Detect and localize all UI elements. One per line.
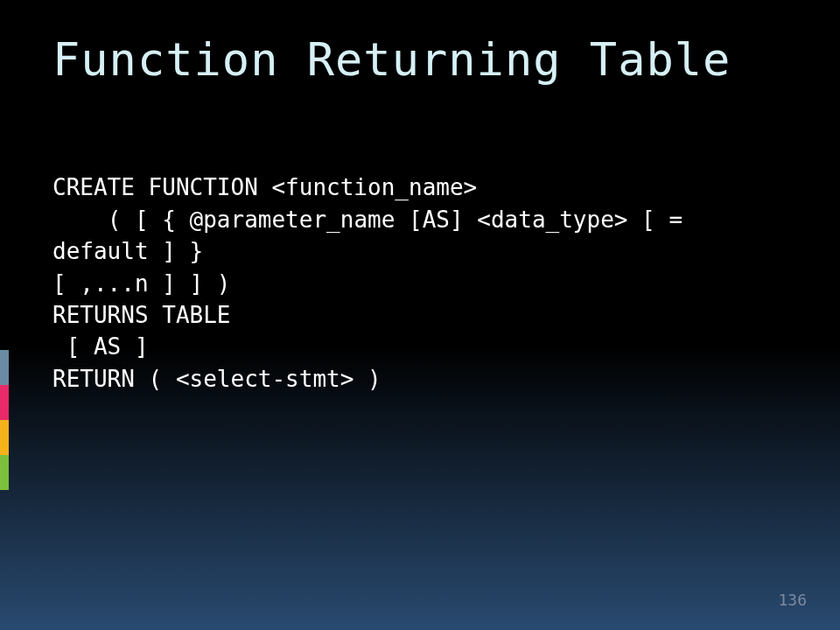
code-line: CREATE FUNCTION <function_name> [52, 174, 477, 200]
slide-body: CREATE FUNCTION <function_name> ( [ { @p… [52, 140, 788, 427]
accent-bar [0, 455, 9, 490]
slide: Function Returning Table CREATE FUNCTION… [0, 0, 840, 630]
code-line: ( [ { @parameter_name [AS] <data_type> [… [52, 206, 696, 264]
accent-bar [0, 350, 9, 385]
accent-bars [0, 350, 9, 490]
accent-bar [0, 385, 9, 420]
code-line: RETURN ( <select-stmt> ) [52, 366, 382, 392]
code-line: RETURNS TABLE [52, 302, 231, 328]
slide-title: Function Returning Table [52, 33, 805, 86]
page-number: 136 [778, 591, 807, 609]
code-line: [ ,...n ] ] ) [52, 270, 231, 297]
code-line: [ AS ] [52, 333, 149, 360]
accent-bar [0, 420, 9, 455]
